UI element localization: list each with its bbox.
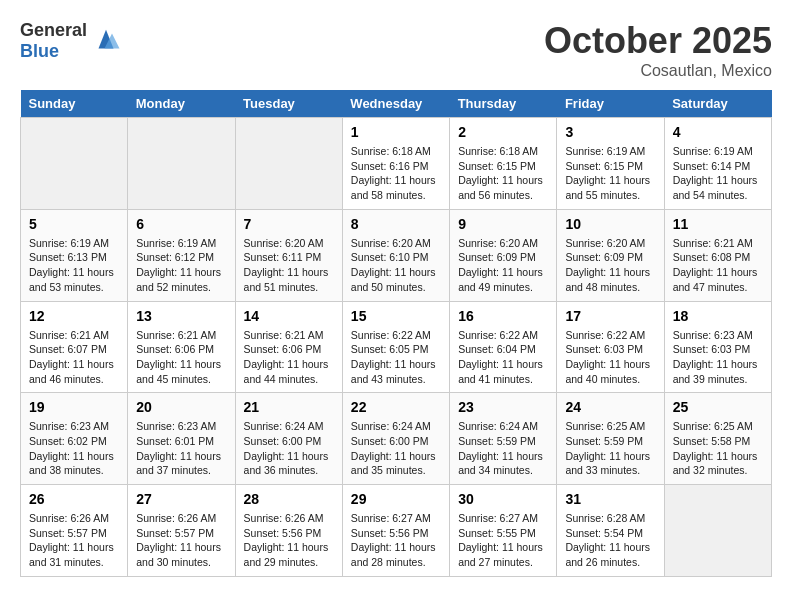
day-number: 16	[458, 308, 548, 324]
calendar-cell: 9Sunrise: 6:20 AMSunset: 6:09 PMDaylight…	[450, 209, 557, 301]
calendar-cell	[235, 118, 342, 210]
cell-info: Sunrise: 6:25 AMSunset: 5:59 PMDaylight:…	[565, 419, 655, 478]
day-header-sunday: Sunday	[21, 90, 128, 118]
week-row-5: 26Sunrise: 6:26 AMSunset: 5:57 PMDayligh…	[21, 485, 772, 577]
day-number: 21	[244, 399, 334, 415]
cell-info: Sunrise: 6:23 AMSunset: 6:03 PMDaylight:…	[673, 328, 763, 387]
calendar-cell: 3Sunrise: 6:19 AMSunset: 6:15 PMDaylight…	[557, 118, 664, 210]
day-number: 28	[244, 491, 334, 507]
calendar-cell: 30Sunrise: 6:27 AMSunset: 5:55 PMDayligh…	[450, 485, 557, 577]
cell-info: Sunrise: 6:20 AMSunset: 6:09 PMDaylight:…	[565, 236, 655, 295]
calendar-cell: 12Sunrise: 6:21 AMSunset: 6:07 PMDayligh…	[21, 301, 128, 393]
location-title: Cosautlan, Mexico	[544, 62, 772, 80]
cell-info: Sunrise: 6:23 AMSunset: 6:01 PMDaylight:…	[136, 419, 226, 478]
calendar-cell: 29Sunrise: 6:27 AMSunset: 5:56 PMDayligh…	[342, 485, 449, 577]
calendar-cell: 27Sunrise: 6:26 AMSunset: 5:57 PMDayligh…	[128, 485, 235, 577]
day-number: 1	[351, 124, 441, 140]
calendar-cell: 15Sunrise: 6:22 AMSunset: 6:05 PMDayligh…	[342, 301, 449, 393]
cell-info: Sunrise: 6:21 AMSunset: 6:07 PMDaylight:…	[29, 328, 119, 387]
calendar-cell: 31Sunrise: 6:28 AMSunset: 5:54 PMDayligh…	[557, 485, 664, 577]
day-number: 19	[29, 399, 119, 415]
day-number: 8	[351, 216, 441, 232]
calendar-cell: 1Sunrise: 6:18 AMSunset: 6:16 PMDaylight…	[342, 118, 449, 210]
day-header-thursday: Thursday	[450, 90, 557, 118]
calendar-cell: 4Sunrise: 6:19 AMSunset: 6:14 PMDaylight…	[664, 118, 771, 210]
cell-info: Sunrise: 6:24 AMSunset: 5:59 PMDaylight:…	[458, 419, 548, 478]
cell-info: Sunrise: 6:26 AMSunset: 5:57 PMDaylight:…	[136, 511, 226, 570]
calendar-cell: 5Sunrise: 6:19 AMSunset: 6:13 PMDaylight…	[21, 209, 128, 301]
calendar-table: SundayMondayTuesdayWednesdayThursdayFrid…	[20, 90, 772, 577]
calendar-cell: 17Sunrise: 6:22 AMSunset: 6:03 PMDayligh…	[557, 301, 664, 393]
logo: General Blue	[20, 20, 121, 62]
day-number: 10	[565, 216, 655, 232]
calendar-cell: 23Sunrise: 6:24 AMSunset: 5:59 PMDayligh…	[450, 393, 557, 485]
calendar-cell: 6Sunrise: 6:19 AMSunset: 6:12 PMDaylight…	[128, 209, 235, 301]
day-number: 3	[565, 124, 655, 140]
calendar-cell	[21, 118, 128, 210]
day-number: 26	[29, 491, 119, 507]
day-number: 14	[244, 308, 334, 324]
day-number: 17	[565, 308, 655, 324]
title-block: October 2025 Cosautlan, Mexico	[544, 20, 772, 80]
cell-info: Sunrise: 6:22 AMSunset: 6:05 PMDaylight:…	[351, 328, 441, 387]
logo-general: General	[20, 20, 87, 40]
day-number: 12	[29, 308, 119, 324]
cell-info: Sunrise: 6:21 AMSunset: 6:06 PMDaylight:…	[136, 328, 226, 387]
day-number: 18	[673, 308, 763, 324]
page-header: General Blue October 2025 Cosautlan, Mex…	[20, 20, 772, 80]
cell-info: Sunrise: 6:25 AMSunset: 5:58 PMDaylight:…	[673, 419, 763, 478]
calendar-cell: 20Sunrise: 6:23 AMSunset: 6:01 PMDayligh…	[128, 393, 235, 485]
calendar-cell: 24Sunrise: 6:25 AMSunset: 5:59 PMDayligh…	[557, 393, 664, 485]
cell-info: Sunrise: 6:21 AMSunset: 6:06 PMDaylight:…	[244, 328, 334, 387]
cell-info: Sunrise: 6:21 AMSunset: 6:08 PMDaylight:…	[673, 236, 763, 295]
day-number: 29	[351, 491, 441, 507]
calendar-cell: 14Sunrise: 6:21 AMSunset: 6:06 PMDayligh…	[235, 301, 342, 393]
cell-info: Sunrise: 6:27 AMSunset: 5:56 PMDaylight:…	[351, 511, 441, 570]
day-number: 13	[136, 308, 226, 324]
cell-info: Sunrise: 6:19 AMSunset: 6:13 PMDaylight:…	[29, 236, 119, 295]
cell-info: Sunrise: 6:26 AMSunset: 5:57 PMDaylight:…	[29, 511, 119, 570]
day-number: 4	[673, 124, 763, 140]
cell-info: Sunrise: 6:20 AMSunset: 6:11 PMDaylight:…	[244, 236, 334, 295]
calendar-cell: 13Sunrise: 6:21 AMSunset: 6:06 PMDayligh…	[128, 301, 235, 393]
week-row-3: 12Sunrise: 6:21 AMSunset: 6:07 PMDayligh…	[21, 301, 772, 393]
day-header-saturday: Saturday	[664, 90, 771, 118]
calendar-cell: 8Sunrise: 6:20 AMSunset: 6:10 PMDaylight…	[342, 209, 449, 301]
calendar-cell	[128, 118, 235, 210]
cell-info: Sunrise: 6:23 AMSunset: 6:02 PMDaylight:…	[29, 419, 119, 478]
calendar-cell: 7Sunrise: 6:20 AMSunset: 6:11 PMDaylight…	[235, 209, 342, 301]
day-number: 9	[458, 216, 548, 232]
day-number: 24	[565, 399, 655, 415]
day-header-wednesday: Wednesday	[342, 90, 449, 118]
day-number: 31	[565, 491, 655, 507]
day-header-friday: Friday	[557, 90, 664, 118]
calendar-cell: 21Sunrise: 6:24 AMSunset: 6:00 PMDayligh…	[235, 393, 342, 485]
day-number: 25	[673, 399, 763, 415]
calendar-cell: 19Sunrise: 6:23 AMSunset: 6:02 PMDayligh…	[21, 393, 128, 485]
cell-info: Sunrise: 6:19 AMSunset: 6:12 PMDaylight:…	[136, 236, 226, 295]
logo-blue: Blue	[20, 41, 59, 61]
calendar-cell: 2Sunrise: 6:18 AMSunset: 6:15 PMDaylight…	[450, 118, 557, 210]
calendar-cell: 22Sunrise: 6:24 AMSunset: 6:00 PMDayligh…	[342, 393, 449, 485]
cell-info: Sunrise: 6:22 AMSunset: 6:03 PMDaylight:…	[565, 328, 655, 387]
calendar-cell: 18Sunrise: 6:23 AMSunset: 6:03 PMDayligh…	[664, 301, 771, 393]
cell-info: Sunrise: 6:20 AMSunset: 6:10 PMDaylight:…	[351, 236, 441, 295]
cell-info: Sunrise: 6:24 AMSunset: 6:00 PMDaylight:…	[244, 419, 334, 478]
day-header-monday: Monday	[128, 90, 235, 118]
calendar-cell: 16Sunrise: 6:22 AMSunset: 6:04 PMDayligh…	[450, 301, 557, 393]
day-number: 22	[351, 399, 441, 415]
day-number: 5	[29, 216, 119, 232]
calendar-cell: 26Sunrise: 6:26 AMSunset: 5:57 PMDayligh…	[21, 485, 128, 577]
calendar-cell	[664, 485, 771, 577]
cell-info: Sunrise: 6:18 AMSunset: 6:16 PMDaylight:…	[351, 144, 441, 203]
logo-icon	[91, 26, 121, 56]
week-row-4: 19Sunrise: 6:23 AMSunset: 6:02 PMDayligh…	[21, 393, 772, 485]
week-row-2: 5Sunrise: 6:19 AMSunset: 6:13 PMDaylight…	[21, 209, 772, 301]
logo-text: General Blue	[20, 20, 87, 62]
cell-info: Sunrise: 6:19 AMSunset: 6:14 PMDaylight:…	[673, 144, 763, 203]
day-number: 23	[458, 399, 548, 415]
calendar-cell: 11Sunrise: 6:21 AMSunset: 6:08 PMDayligh…	[664, 209, 771, 301]
cell-info: Sunrise: 6:20 AMSunset: 6:09 PMDaylight:…	[458, 236, 548, 295]
cell-info: Sunrise: 6:19 AMSunset: 6:15 PMDaylight:…	[565, 144, 655, 203]
cell-info: Sunrise: 6:22 AMSunset: 6:04 PMDaylight:…	[458, 328, 548, 387]
